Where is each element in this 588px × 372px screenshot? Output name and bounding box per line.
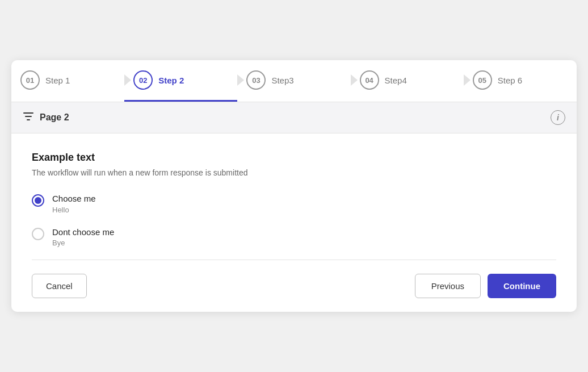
step-2-number: 02 xyxy=(133,70,153,90)
step-2-label: Step 2 xyxy=(158,76,184,85)
radio-option-1[interactable]: Choose me Hello xyxy=(32,193,556,214)
radio-option-2[interactable]: Dont choose me Bye xyxy=(32,227,556,248)
steps-header: 01 Step 1 02 Step 2 03 Step3 04 Step4 05… xyxy=(11,60,577,102)
previous-button[interactable]: Previous xyxy=(415,274,481,298)
radio-inner-1 xyxy=(35,197,41,204)
cancel-button[interactable]: Cancel xyxy=(32,274,87,298)
step-1-label: Step 1 xyxy=(45,76,70,85)
step-1[interactable]: 01 Step 1 xyxy=(11,60,124,102)
info-icon[interactable]: i xyxy=(551,110,565,125)
radio-sublabel-1: Hello xyxy=(52,206,96,214)
radio-circle-2[interactable] xyxy=(32,228,44,240)
step-4-label: Step4 xyxy=(385,76,407,85)
step-4-number: 04 xyxy=(360,70,379,90)
nav-buttons: Previous Continue xyxy=(415,274,556,298)
step-5-label: Step 6 xyxy=(498,76,522,85)
radio-sublabel-2: Bye xyxy=(52,239,114,247)
step-2[interactable]: 02 Step 2 xyxy=(124,60,237,102)
radio-text-1: Choose me Hello xyxy=(52,193,96,214)
page-content: Example text The workflow will run when … xyxy=(11,133,577,312)
page-header: Page 2 i xyxy=(11,102,577,133)
filter-icon xyxy=(23,111,34,125)
content-heading: Example text xyxy=(32,152,556,164)
step-4[interactable]: 04 Step4 xyxy=(351,60,464,102)
step-3-label: Step3 xyxy=(271,76,293,85)
actions-bar: Cancel Previous Continue xyxy=(32,274,556,298)
step-3-number: 03 xyxy=(246,70,266,90)
page-title: Page 2 xyxy=(40,112,69,123)
radio-label-2: Dont choose me xyxy=(52,227,114,238)
radio-text-2: Dont choose me Bye xyxy=(52,227,114,248)
radio-circle-1[interactable] xyxy=(32,194,44,207)
divider xyxy=(32,260,556,260)
wizard-container: 01 Step 1 02 Step 2 03 Step3 04 Step4 05… xyxy=(11,60,577,312)
continue-button[interactable]: Continue xyxy=(488,274,556,298)
step-3[interactable]: 03 Step3 xyxy=(237,60,350,102)
step-5-number: 05 xyxy=(473,70,492,90)
step-1-number: 01 xyxy=(20,70,40,90)
step-5[interactable]: 05 Step 6 xyxy=(464,60,577,102)
content-description: The workflow will run when a new form re… xyxy=(32,168,556,177)
radio-label-1: Choose me xyxy=(52,193,96,204)
page-header-left: Page 2 xyxy=(23,111,69,125)
